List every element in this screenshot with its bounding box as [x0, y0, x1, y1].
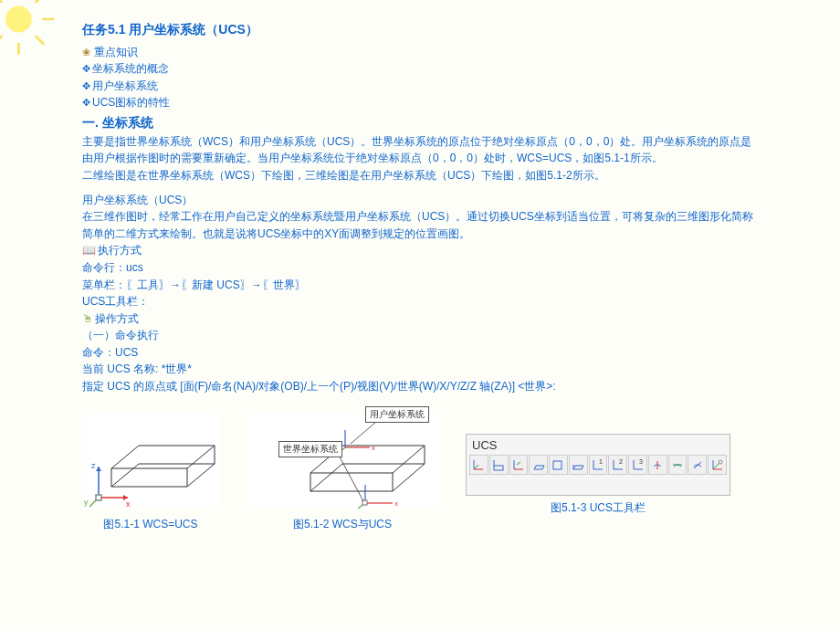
svg-text:2: 2 — [619, 458, 623, 465]
ucs-icon: 3 — [628, 455, 647, 475]
diamond-icon: ✥ — [82, 61, 90, 77]
book-icon: 📖 — [82, 242, 96, 259]
op-label: 操作方式 — [95, 310, 139, 328]
svg-rect-21 — [96, 495, 101, 500]
paragraph: 在三维作图时，经常工作在用户自己定义的坐标系统暨用户坐标系统（UCS）。通过切换… — [82, 208, 758, 242]
svg-text:z: z — [91, 461, 96, 470]
diamond-icon: ✥ — [82, 79, 90, 94]
callout-world-coord: 世界坐标系统 — [278, 441, 342, 457]
callout-user-coord: 用户坐标系统 — [365, 406, 429, 423]
figure-3-caption: 图5.1-3 UCS工具栏 — [466, 500, 730, 516]
svg-text:x: x — [394, 499, 398, 508]
svg-line-39 — [474, 465, 478, 469]
bullet-item: ✥ 用户坐标系统 — [82, 78, 758, 95]
ucs-icon: 2 — [608, 455, 627, 475]
section-heading: 一. 坐标系统 — [82, 113, 758, 133]
bullet-main: ❀ 重点知识 — [82, 44, 758, 61]
ucs-icon — [668, 455, 688, 475]
figure-1-caption: 图5.1-1 WCS=UCS — [82, 517, 219, 532]
mouse-icon: 🖱 — [82, 310, 93, 328]
bullet-main-text: 重点知识 — [94, 44, 138, 61]
ucs-icon — [509, 455, 529, 475]
svg-text:x: x — [372, 444, 375, 452]
ucs-icon — [648, 455, 667, 475]
ucs-icon — [708, 455, 727, 475]
figure-2-caption: 图5.1-2 WCS与UCS — [247, 517, 438, 532]
ucs-icon — [489, 455, 509, 475]
exec-line: 📖 执行方式 — [82, 242, 758, 259]
exec-label: 执行方式 — [98, 242, 142, 259]
wcs-and-ucs-diagram: x x — [247, 414, 438, 509]
figure-1: x y z 图5.1-1 WCS=UCS — [82, 414, 219, 532]
page-title: 任务5.1 用户坐标系统（UCS） — [82, 20, 758, 40]
menu-line: 菜单栏：〖工具〗→〖新建 UCS〗→〖世界〗 — [82, 277, 758, 294]
ucs-icon — [469, 455, 488, 475]
bullet-item-text: UCS图标的特性 — [92, 94, 170, 111]
svg-rect-40 — [494, 466, 503, 470]
paragraph: 主要是指世界坐标系统（WCS）和用户坐标系统（UCS）。世界坐标系统的原点位于绝… — [82, 133, 758, 167]
svg-text:y: y — [84, 498, 89, 507]
op-line: 🖱 操作方式 — [82, 310, 758, 328]
subsection-heading: 用户坐标系统（UCS） — [82, 192, 758, 209]
figure-3: UCS 1 2 3 图5.1-3 UCS工具栏 — [466, 434, 730, 516]
cmd-line: 命令行：ucs — [82, 259, 758, 277]
figure-2: 用户坐标系统 世界坐标系统 x x — [247, 414, 438, 532]
svg-rect-9 — [82, 414, 219, 509]
bullet-item: ✥ 坐标系统的概念 — [82, 60, 758, 78]
ucs-icon — [688, 455, 707, 475]
op-step: 指定 UCS 的原点或 [面(F)/命名(NA)/对象(OB)/上一个(P)/视… — [82, 378, 758, 395]
paragraph: 二维绘图是在世界坐标系统（WCS）下绘图，三维绘图是在用户坐标系统（UCS）下绘… — [82, 167, 758, 184]
svg-text:1: 1 — [599, 458, 603, 465]
flower-icon: ❀ — [82, 45, 90, 60]
op-step: 当前 UCS 名称: *世界* — [82, 361, 758, 378]
bullet-item-text: 坐标系统的概念 — [92, 60, 169, 78]
wcs-ucs-diagram: x y z — [82, 414, 219, 509]
bullet-item: ✥ UCS图标的特性 — [82, 94, 758, 111]
ucs-toolbar-title: UCS — [469, 437, 727, 453]
op-step: 命令：UCS — [82, 344, 758, 362]
op-step: （一）命令执行 — [82, 327, 758, 344]
figures-row: x y z 图5.1-1 WCS=UCS 用户坐标系统 世界坐标系统 — [0, 404, 840, 532]
toolbar-line: UCS工具栏： — [82, 293, 758, 310]
svg-text:x: x — [126, 499, 131, 509]
ucs-icon — [529, 455, 548, 475]
ucs-icon — [569, 455, 588, 475]
diamond-icon: ✥ — [82, 95, 90, 110]
ucs-icon: 1 — [589, 455, 608, 475]
ucs-toolbar-image: UCS 1 2 3 — [466, 434, 730, 496]
bullet-item-text: 用户坐标系统 — [92, 78, 158, 95]
document-content: 任务5.1 用户坐标系统（UCS） ❀ 重点知识 ✥ 坐标系统的概念 ✥ 用户坐… — [0, 0, 840, 404]
svg-rect-44 — [553, 461, 562, 469]
svg-point-60 — [719, 460, 722, 464]
svg-line-59 — [713, 463, 719, 469]
ucs-icon — [549, 455, 568, 475]
svg-text:3: 3 — [639, 458, 643, 465]
